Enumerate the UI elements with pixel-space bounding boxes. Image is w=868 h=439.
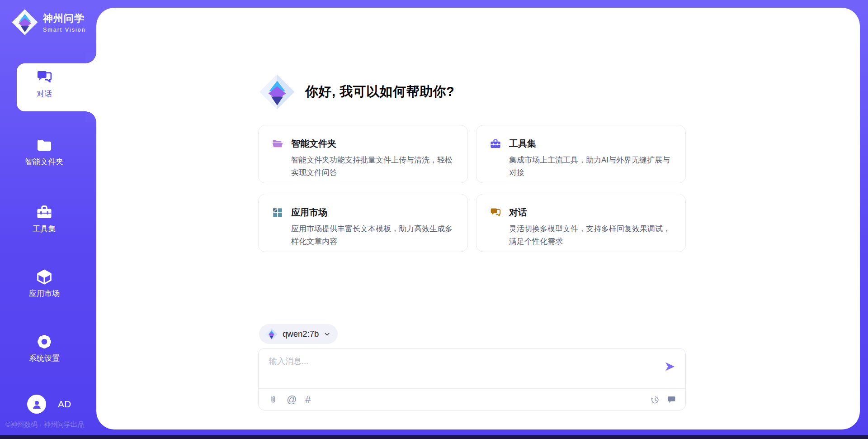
briefcase-icon <box>36 204 53 221</box>
chat-bubbles-icon <box>36 69 53 86</box>
model-name: qwen2:7b <box>283 329 319 339</box>
attach-file-button[interactable] <box>268 395 278 405</box>
gem-logo-icon <box>265 328 278 341</box>
greeting: 你好, 我可以如何帮助你? <box>258 73 454 111</box>
briefcase-icon <box>490 138 501 150</box>
sidebar-item-chat[interactable]: 对话 <box>0 69 89 99</box>
folder-open-icon <box>272 138 283 150</box>
sidebar-item-toolset[interactable]: 工具集 <box>0 204 89 234</box>
brand-subtitle: Smart Vision <box>43 27 86 33</box>
main-panel: 你好, 我可以如何帮助你? 智能文件夹 智能文件夹功能支持批量文件上传与清洗，轻… <box>96 8 860 429</box>
chevron-down-icon <box>323 330 331 338</box>
card-title: 智能文件夹 <box>291 138 336 150</box>
card-smart-folder[interactable]: 智能文件夹 智能文件夹功能支持批量文件上传与清洗，轻松实现文件问答 <box>258 125 468 183</box>
card-app-market[interactable]: 应用市场 应用市场提供丰富长文本模板，助力高效生成多样化文章内容 <box>258 194 468 252</box>
history-icon <box>650 395 660 405</box>
card-description: 应用市场提供丰富长文本模板，助力高效生成多样化文章内容 <box>291 223 456 248</box>
sidebar-item-label: 工具集 <box>33 224 56 234</box>
copyright-footer: ©神州数码 · 神州问学出品 <box>5 420 84 429</box>
card-toolset[interactable]: 工具集 集成市场上主流工具，助力AI与外界无缝扩展与对接 <box>476 125 686 183</box>
chat-bubbles-icon <box>490 207 501 219</box>
card-title: 工具集 <box>509 138 536 150</box>
paperclip-icon <box>269 395 278 405</box>
card-title: 应用市场 <box>291 206 327 219</box>
card-chat[interactable]: 对话 灵活切换多模型文件，支持多样回复效果调试，满足个性化需求 <box>476 194 686 252</box>
composer-toolbar: @ # <box>268 389 676 410</box>
tab-fillet-top <box>85 52 96 63</box>
sidebar-item-label: 应用市场 <box>29 288 60 299</box>
message-composer: @ # <box>258 348 686 410</box>
avatar <box>27 395 46 414</box>
user-account[interactable]: AD <box>27 395 71 414</box>
sidebar-item-label: 系统设置 <box>29 353 60 363</box>
card-title: 对话 <box>509 206 527 219</box>
shortcut-cards: 智能文件夹 智能文件夹功能支持批量文件上传与清洗，轻松实现文件问答 工具集 集成… <box>258 125 686 252</box>
message-input[interactable] <box>268 355 654 383</box>
gear-icon <box>36 333 53 350</box>
quick-chat-button[interactable] <box>666 395 676 405</box>
gem-logo-icon <box>11 8 39 36</box>
model-selector[interactable]: qwen2:7b <box>259 324 338 344</box>
sidebar-item-smart-folder[interactable]: 智能文件夹 <box>0 137 89 167</box>
user-avatar-icon <box>31 398 43 410</box>
topic-button[interactable]: # <box>305 395 311 405</box>
user-name: AD <box>58 399 71 410</box>
gem-logo-icon <box>258 73 296 111</box>
grid-icon <box>272 207 283 219</box>
card-description: 集成市场上主流工具，助力AI与外界无缝扩展与对接 <box>509 154 674 179</box>
chat-bubble-icon <box>667 395 676 405</box>
sidebar-item-label: 对话 <box>37 89 52 99</box>
brand-name: 神州问学 <box>43 12 86 25</box>
folder-icon <box>36 137 53 154</box>
card-description: 智能文件夹功能支持批量文件上传与清洗，轻松实现文件问答 <box>291 154 456 179</box>
send-button[interactable] <box>664 360 676 373</box>
sidebar: 神州问学 Smart Vision 对话 智能文件夹 工具集 <box>0 0 96 439</box>
cube-icon <box>36 268 53 286</box>
greeting-text: 你好, 我可以如何帮助你? <box>305 83 454 101</box>
sidebar-item-label: 智能文件夹 <box>25 157 64 167</box>
sidebar-item-settings[interactable]: 系统设置 <box>0 333 89 363</box>
brand-logo: 神州问学 Smart Vision <box>11 8 86 36</box>
tab-fillet-bottom <box>85 111 96 122</box>
card-description: 灵活切换多模型文件，支持多样回复效果调试，满足个性化需求 <box>509 223 674 248</box>
mention-button[interactable]: @ <box>287 395 297 405</box>
sidebar-item-app-market[interactable]: 应用市场 <box>0 268 89 299</box>
window-bottom-edge <box>0 435 868 439</box>
send-icon <box>664 360 676 373</box>
history-button[interactable] <box>650 395 660 405</box>
